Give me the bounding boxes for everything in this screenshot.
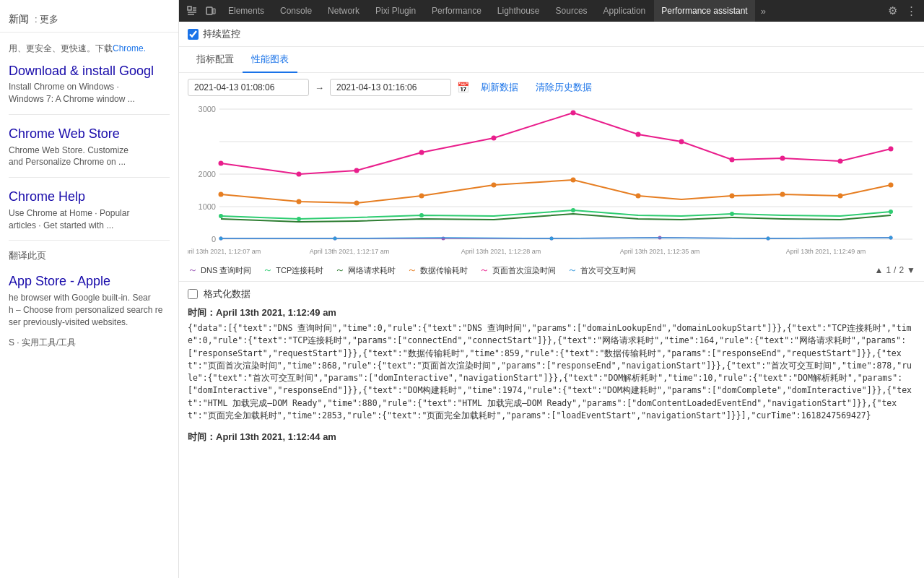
svg-point-41	[419, 213, 424, 217]
sidebar-app-store-category: S · 实用工具/工具	[0, 332, 178, 353]
performance-chart: 3000 2000 1000 0	[188, 102, 915, 261]
svg-point-37	[838, 194, 843, 199]
legend-network-wave: ～	[335, 264, 345, 277]
devtools-topbar: Elements Console Network Pixi Plugin Per…	[179, 0, 924, 22]
svg-point-30	[354, 201, 359, 206]
refresh-btn[interactable]: 刷新数据	[475, 81, 524, 94]
svg-point-55	[767, 237, 770, 241]
perf-toolbar: 持续监控	[179, 22, 924, 47]
tab-metrics-config[interactable]: 指标配置	[188, 47, 243, 73]
legend-tti-label: 首次可交互时间	[580, 265, 636, 276]
sidebar-divider-3	[9, 240, 170, 241]
sidebar-app-store[interactable]: App Store - Apple he browser with Google…	[0, 267, 178, 332]
svg-rect-5	[206, 7, 212, 14]
svg-point-40	[297, 217, 301, 221]
translate-label: 翻译此页	[9, 250, 46, 261]
tab-perf-chart[interactable]: 性能图表	[243, 47, 297, 73]
svg-point-32	[492, 183, 497, 188]
chart-legend: ～ DNS 查询时间 ～ TCP连接耗时 ～ 网络请求耗时 ～ 数据传输耗时 ～…	[179, 261, 924, 281]
legend-dns-wave: ～	[188, 264, 198, 277]
inspect-icon[interactable]	[183, 2, 201, 20]
more-options-icon[interactable]: ⋮	[902, 2, 920, 20]
sidebar-divider-2	[9, 177, 170, 178]
calendar-icon[interactable]: 📅	[457, 82, 469, 93]
nav-next-icon[interactable]: ▼	[907, 265, 915, 275]
clear-history-btn[interactable]: 清除历史数据	[530, 81, 598, 94]
formatted-section: 格式化数据 时间：April 13th 2021, 1:12:49 am {"d…	[179, 281, 924, 578]
legend-tcp-wave: ～	[263, 264, 273, 277]
tab-performance[interactable]: Performance	[424, 0, 489, 22]
sidebar-download-chrome[interactable]: Download & install Googl Install Chrome …	[0, 56, 178, 110]
formatted-header: 格式化数据	[188, 288, 915, 301]
svg-text:April 13th 2021, 1:12:35 am: April 13th 2021, 1:12:35 am	[620, 248, 700, 255]
app-store-desc1: he browser with Google built-in. Sear	[9, 292, 170, 304]
svg-text:April 13th 2021, 1:12:49 am: April 13th 2021, 1:12:49 am	[786, 248, 866, 255]
legend-tti: ～ 首次可交互时间	[567, 264, 636, 277]
tab-performance-assistant[interactable]: Performance assistant	[654, 0, 754, 22]
sidebar: 新闻 : 更多 用、更安全、更快速。下载Chrome. Download & i…	[0, 0, 179, 578]
svg-point-22	[636, 132, 641, 137]
tagline-chrome-link[interactable]: Chrome.	[113, 43, 146, 53]
continuous-monitor-text: 持续监控	[203, 27, 240, 40]
data-json-1: {"data":[{"text":"DNS 查询时间","time":0,"ru…	[188, 322, 915, 422]
legend-first-render: ～ 页面首次渲染时间	[479, 264, 556, 277]
svg-point-21	[571, 111, 576, 116]
svg-point-35	[730, 194, 735, 199]
nav-total: 2	[899, 265, 904, 275]
svg-point-42	[571, 208, 575, 212]
devtools-panel: Elements Console Network Pixi Plugin Per…	[179, 0, 924, 578]
legend-first-render-label: 页面首次渲染时间	[492, 265, 556, 276]
svg-text:April 13th 2021, 1:12:28 am: April 13th 2021, 1:12:28 am	[461, 248, 541, 255]
app-store-desc3: ser previously-visited websites.	[9, 316, 170, 329]
sidebar-chrome-help[interactable]: Chrome Help Use Chrome at Home · Popular…	[0, 182, 178, 236]
continuous-monitor-checkbox[interactable]	[188, 29, 199, 40]
svg-point-23	[679, 139, 684, 144]
sidebar-chrome-web-store[interactable]: Chrome Web Store Chrome Web Store. Custo…	[0, 119, 178, 173]
device-toggle-icon[interactable]	[202, 2, 219, 20]
svg-point-31	[419, 194, 424, 199]
svg-point-17	[297, 172, 302, 177]
svg-point-53	[334, 237, 337, 241]
svg-point-34	[636, 194, 641, 199]
svg-rect-0	[188, 7, 191, 10]
chrome-help-desc1: Use Chrome at Home · Popular	[9, 207, 170, 220]
svg-point-38	[889, 183, 894, 188]
tab-pixi-plugin[interactable]: Pixi Plugin	[368, 0, 423, 22]
svg-point-47	[442, 237, 445, 241]
svg-text:April 13th 2021, 1:12:07 am: April 13th 2021, 1:12:07 am	[188, 248, 261, 255]
svg-point-24	[730, 158, 735, 163]
svg-point-25	[780, 156, 785, 161]
chrome-web-store-title[interactable]: Chrome Web Store	[9, 126, 170, 142]
svg-rect-6	[213, 9, 215, 14]
nav-prev-icon[interactable]: ▲	[875, 265, 884, 275]
tab-lighthouse[interactable]: Lighthouse	[490, 0, 547, 22]
svg-point-20	[492, 136, 497, 141]
tab-application[interactable]: Application	[596, 0, 653, 22]
more-tabs-btn[interactable]: »	[757, 0, 770, 22]
svg-point-44	[889, 210, 893, 214]
svg-point-36	[780, 192, 785, 197]
svg-point-27	[889, 147, 894, 152]
tab-network[interactable]: Network	[321, 0, 367, 22]
date-start-input[interactable]	[188, 79, 309, 96]
legend-tcp: ～ TCP连接耗时	[263, 264, 323, 277]
date-end-input[interactable]	[330, 79, 451, 96]
settings-icon[interactable]: ⚙	[884, 2, 901, 20]
tab-elements[interactable]: Elements	[221, 0, 271, 22]
svg-point-19	[419, 150, 424, 155]
data-timestamp-1: 时间：April 13th 2021, 1:12:49 am	[188, 306, 915, 319]
legend-network-label: 网络请求耗时	[348, 265, 396, 276]
formatted-data-label: 格式化数据	[204, 288, 250, 301]
tab-console[interactable]: Console	[273, 0, 319, 22]
app-store-title[interactable]: App Store - Apple	[9, 274, 170, 290]
svg-text:April 13th 2021, 1:12:17 am: April 13th 2021, 1:12:17 am	[310, 248, 390, 255]
continuous-monitor-label[interactable]: 持续监控	[188, 27, 240, 40]
download-chrome-title[interactable]: Download & install Googl	[9, 64, 170, 79]
chrome-help-title[interactable]: Chrome Help	[9, 189, 170, 205]
legend-tti-wave: ～	[567, 264, 578, 277]
formatted-data-checkbox[interactable]	[188, 289, 198, 299]
tab-sources[interactable]: Sources	[549, 0, 595, 22]
svg-text:1000: 1000	[199, 202, 216, 211]
nav-slash: /	[894, 265, 896, 275]
legend-transfer-label: 数据传输耗时	[420, 265, 468, 276]
